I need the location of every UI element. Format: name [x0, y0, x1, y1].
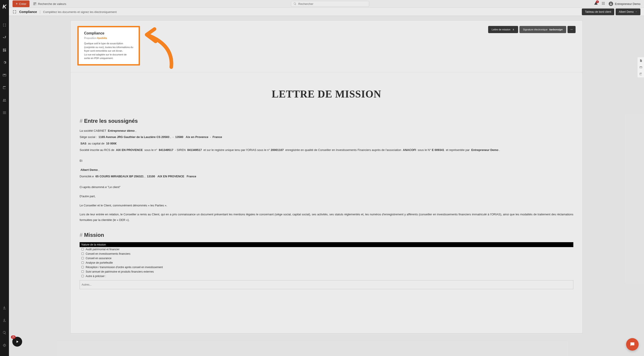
- svg-point-6: [602, 4, 603, 5]
- float-calendar-icon[interactable]: [638, 71, 644, 77]
- svg-point-1: [603, 2, 604, 3]
- svg-point-3: [602, 3, 603, 4]
- user-name-label: Entrepreneur Demo: [615, 2, 640, 6]
- mission-label: Autre à préciser :: [86, 274, 106, 278]
- sub-header: Compliance | Complétez les documents et …: [9, 8, 644, 16]
- chat-icon: [630, 342, 635, 347]
- banner-desc-line2: La vue est adaptée sur le document de so…: [84, 53, 133, 60]
- mission-row: Suivi annuel de patrimoine et produits f…: [80, 270, 573, 274]
- expand-icon[interactable]: [2, 23, 7, 27]
- document-body: LETTRE DE MISSION Entre les soussignés L…: [71, 72, 582, 298]
- proposition-label: Proposition: [84, 37, 96, 39]
- svg-point-0: [602, 2, 603, 3]
- more-button[interactable]: [568, 26, 576, 33]
- mission-row: Conseil en assurance: [80, 256, 573, 260]
- search-icon: [294, 2, 296, 5]
- user-menu[interactable]: Entrepreneur Demo: [609, 2, 640, 6]
- banner-title: Compliance: [84, 31, 133, 35]
- search-input[interactable]: [298, 2, 367, 6]
- breadcrumb-desc: Complétez les documents et signez les él…: [43, 10, 117, 14]
- dashboard-icon[interactable]: [2, 48, 7, 52]
- proposition-hash: #pxAAts: [97, 37, 107, 39]
- calendar-icon[interactable]: [2, 86, 7, 90]
- chat-button[interactable]: [626, 338, 639, 351]
- float-doc-icon[interactable]: [638, 57, 644, 64]
- mission-label: Réception / transmission d'ordre après c…: [86, 266, 163, 269]
- signature-button[interactable]: Signature électronique karbonsign: [520, 26, 566, 33]
- download-icon[interactable]: [2, 306, 7, 310]
- mission-label: Audit patrimonial et financier: [86, 248, 120, 251]
- autres-input[interactable]: [80, 280, 573, 289]
- svg-point-11: [572, 29, 573, 30]
- chevron-down-icon: [635, 11, 637, 13]
- lock-icon: [512, 28, 514, 31]
- search-values-label: Recherche de valeurs: [38, 2, 66, 6]
- mission-checkbox[interactable]: [82, 275, 84, 277]
- mission-table-header: Nature de la mission: [80, 242, 573, 247]
- qr-icon: [33, 2, 37, 6]
- svg-point-10: [571, 29, 572, 30]
- mission-checkbox[interactable]: [82, 266, 84, 268]
- float-mail-icon[interactable]: [638, 64, 644, 71]
- mission-row: Réception / transmission d'ordre après c…: [80, 265, 573, 270]
- play-badge[interactable]: 25: [12, 337, 22, 346]
- search-box[interactable]: [291, 1, 369, 7]
- document-title: LETTRE DE MISSION: [80, 88, 573, 100]
- mission-label: Suivi annuel de patrimoine et produits f…: [86, 270, 154, 273]
- fullscreen-icon[interactable]: [12, 10, 16, 14]
- play-icon: [15, 340, 19, 344]
- banner-desc-line1: Quelque soit le type de souscription (co…: [84, 42, 133, 53]
- mission-row: Analyse de portefeuille: [80, 260, 573, 265]
- left-sidebar: K: [0, 0, 9, 356]
- highlighted-title-box: Compliance Proposition #pxAAts Quelque s…: [77, 26, 140, 66]
- share-icon[interactable]: [2, 35, 7, 40]
- section-mission: Mission: [80, 232, 573, 238]
- mission-checkbox[interactable]: [82, 248, 84, 250]
- app-logo[interactable]: K: [2, 4, 6, 10]
- gear-icon[interactable]: [2, 60, 7, 65]
- top-bar: Créer Recherche de valeurs 6 Entrepreneu…: [9, 0, 644, 8]
- svg-point-5: [604, 3, 605, 4]
- annotation-arrow: [136, 24, 185, 69]
- mission-label: Analyse de portefeuille: [86, 261, 113, 264]
- list-icon[interactable]: [2, 110, 7, 115]
- svg-point-9: [571, 29, 571, 30]
- mission-checkbox[interactable]: [82, 257, 84, 260]
- content-area: Compliance Proposition #pxAAts Quelque s…: [9, 16, 644, 356]
- mission-row: Audit patrimonial et financier: [80, 247, 573, 252]
- notification-icon[interactable]: 6: [594, 1, 598, 6]
- lettre-mission-button[interactable]: Lettre de mission: [488, 26, 518, 33]
- info-banner: Compliance Proposition #pxAAts Quelque s…: [71, 20, 582, 72]
- mail-icon[interactable]: [2, 73, 7, 77]
- document-card: Compliance Proposition #pxAAts Quelque s…: [70, 20, 582, 334]
- mission-checkbox[interactable]: [82, 252, 84, 255]
- svg-point-2: [604, 2, 605, 3]
- dashboard-button[interactable]: Tableau de bord client: [582, 8, 614, 15]
- download2-icon[interactable]: [2, 318, 7, 322]
- breadcrumb-title: Compliance: [19, 10, 37, 14]
- mission-label: Conseil en assurance: [86, 257, 111, 260]
- svg-point-7: [603, 4, 604, 5]
- svg-point-8: [604, 4, 605, 5]
- brightness-icon[interactable]: [2, 343, 7, 348]
- search-values-link[interactable]: Recherche de valeurs: [33, 2, 66, 6]
- svg-point-4: [603, 3, 604, 4]
- section-soussignes: Entre les soussignés: [80, 118, 573, 124]
- play-count: 25: [11, 336, 16, 339]
- more-icon: [570, 28, 573, 31]
- apps-icon[interactable]: [602, 2, 605, 6]
- mission-checkbox[interactable]: [82, 270, 84, 273]
- right-float-panel: [637, 57, 644, 78]
- mission-row: Autre à préciser :: [80, 274, 573, 278]
- avatar-icon: [609, 2, 613, 6]
- mission-label: Conseil en investissements financiers: [86, 252, 130, 255]
- mission-row: Conseil en investissements financiers: [80, 252, 573, 256]
- search-bottom-icon[interactable]: [2, 330, 7, 335]
- notification-badge: 6: [596, 0, 599, 3]
- mission-checkbox[interactable]: [82, 262, 84, 264]
- people-icon[interactable]: [2, 98, 7, 102]
- client-button[interactable]: Albert Demo: [616, 8, 640, 15]
- breadcrumb: Compliance | Complétez les documents et …: [19, 10, 117, 14]
- create-button[interactable]: Créer: [12, 0, 30, 7]
